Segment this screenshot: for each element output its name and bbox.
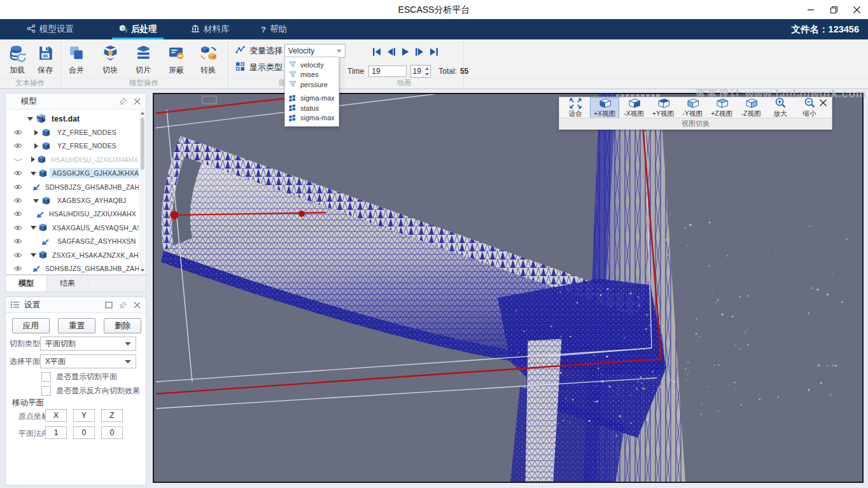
origin-z-input[interactable] <box>101 409 123 422</box>
eye-icon[interactable] <box>13 211 22 217</box>
tree-row[interactable]: YZ_FREE_NODES <box>6 139 139 153</box>
nav-tab-model-settings[interactable]: 模型设置 <box>27 19 74 39</box>
combo-option[interactable]: sigma-max <box>285 113 339 123</box>
tree-node-label[interactable]: HSAUHDISU_JZXIUXHAHX <box>46 209 139 219</box>
viewport-3d[interactable] <box>153 93 864 483</box>
combo-option[interactable]: sigma-max <box>285 94 339 104</box>
expander-down-icon[interactable] <box>26 116 34 121</box>
expander-down-icon[interactable] <box>32 199 39 203</box>
nav-tab-post-process[interactable]: 后处理 <box>118 19 157 39</box>
normal-y-input[interactable] <box>73 426 95 439</box>
zoom-in-button[interactable]: 放大 <box>766 97 795 118</box>
view-fit-button[interactable]: 适合 <box>561 97 590 118</box>
tree-row[interactable]: SDHSBJZS_GHSABJHB_ZAHU <box>6 180 139 193</box>
scroll-up-icon[interactable] <box>140 111 144 116</box>
combo-option[interactable]: velocity <box>285 60 339 70</box>
save-button[interactable]: 保存 <box>31 43 60 76</box>
tree-row[interactable]: HSAUHDISU_JZXIUXHAHX <box>6 153 139 166</box>
spin-down-icon[interactable] <box>423 71 430 77</box>
skip-start-button[interactable] <box>372 48 381 56</box>
reset-button[interactable]: 重置 <box>58 318 95 333</box>
combo-option[interactable]: status <box>285 103 339 113</box>
eye-icon[interactable] <box>13 129 24 136</box>
expander-down-icon[interactable] <box>31 171 36 176</box>
view-minus-z-button[interactable]: -Z视图 <box>736 97 766 118</box>
tree-node-label[interactable]: YZ_FREE_NODES <box>55 141 119 151</box>
tree-node-label[interactable]: HSAUHDISU_JZXIUXHAHX <box>48 155 139 165</box>
tree-node-label[interactable]: test.dat <box>49 113 82 125</box>
minimize-icon[interactable] <box>806 4 816 15</box>
eye-closed-icon[interactable] <box>13 157 22 163</box>
origin-y-input[interactable] <box>73 409 95 422</box>
time-input[interactable] <box>368 66 407 77</box>
maximize-icon[interactable] <box>105 302 113 309</box>
tree-node-label[interactable]: ZSXGX_HSAKAZNZXK_AHASX <box>50 250 139 260</box>
scroll-thumb[interactable] <box>141 118 144 170</box>
close-icon[interactable] <box>851 4 862 15</box>
display-type-button[interactable]: 显示类型 <box>235 62 283 73</box>
tree-row[interactable]: AGSGKJKG_GJHXAJKHXA <box>6 167 139 180</box>
tree-row[interactable]: HSAUHDISU_JZXIUXHAHX <box>6 207 139 221</box>
spin-up-icon[interactable] <box>423 66 430 71</box>
load-button[interactable]: 加载 <box>3 43 32 76</box>
eye-icon[interactable] <box>13 265 22 272</box>
eye-icon[interactable] <box>13 238 24 244</box>
eye-icon[interactable] <box>13 143 24 149</box>
expander-right-icon[interactable] <box>32 130 39 136</box>
close-icon[interactable] <box>819 99 827 107</box>
tree-row[interactable]: test.dat <box>6 112 139 125</box>
restore-icon[interactable] <box>829 4 839 15</box>
tree-node-label[interactable]: SAGFASGZ_ASYHHXSN <box>55 236 139 246</box>
normal-z-input[interactable] <box>101 426 123 439</box>
nav-tab-material-lib[interactable]: 材料库 <box>191 19 230 39</box>
tree-row[interactable]: XSAXGAUS_AISYAQSH_ASHX <box>6 221 139 234</box>
skip-end-button[interactable] <box>430 48 438 56</box>
scroll-down-icon[interactable] <box>140 268 144 273</box>
tree-scrollbar[interactable] <box>139 110 145 274</box>
expander-down-icon[interactable] <box>31 225 36 230</box>
mask-button[interactable]: 屏蔽 <box>162 43 191 76</box>
expander-right-icon[interactable] <box>32 143 39 149</box>
close-icon[interactable] <box>134 302 141 309</box>
tree-node-label[interactable]: SDHSBJZS_GHSABJHB_ZAHU <box>43 182 139 192</box>
expander-down-icon[interactable] <box>31 253 36 257</box>
variable-select-button[interactable]: 变量选择 <box>235 45 283 57</box>
combo-option[interactable]: perssure <box>285 80 339 90</box>
eye-icon[interactable] <box>13 170 22 176</box>
tree-node-label[interactable]: XAGBSXG_AYHAQBJ <box>55 195 129 206</box>
step-back-button[interactable] <box>387 48 396 56</box>
normal-x-input[interactable] <box>45 426 67 439</box>
view-minus-y-button[interactable]: -Y视图 <box>678 97 707 118</box>
variable-combo[interactable]: Velocity <box>284 44 346 58</box>
play-button[interactable] <box>402 48 409 56</box>
reverse-cut-checkbox[interactable] <box>41 386 51 396</box>
origin-x-input[interactable] <box>45 409 67 422</box>
view-plus-y-button[interactable]: +Y视图 <box>648 97 678 118</box>
slice-button[interactable]: 切片 <box>129 43 158 76</box>
tree-row[interactable]: SAGFASGZ_ASYHHXSN <box>6 235 139 248</box>
tree-row[interactable]: SDHSBJZS_GHSABJHB_ZAHU <box>6 261 139 274</box>
show-cut-plane-checkbox[interactable] <box>41 372 51 382</box>
cut-block-button[interactable]: 切块 <box>95 43 125 76</box>
eye-icon[interactable] <box>13 197 24 204</box>
view-minus-x-button[interactable]: -X视图 <box>619 97 648 118</box>
combo-option[interactable]: mises <box>285 70 339 80</box>
eye-icon[interactable] <box>13 184 22 190</box>
plane-select[interactable]: X平面 <box>40 354 136 368</box>
cut-type-select[interactable]: 平面切割 <box>40 337 136 351</box>
pin-icon[interactable] <box>119 97 127 106</box>
convert-button[interactable]: 转换 <box>193 43 223 76</box>
apply-button[interactable]: 应用 <box>12 318 50 333</box>
tree-node-label[interactable]: YZ_FREE_NODES <box>55 127 119 137</box>
eye-icon[interactable] <box>13 225 22 231</box>
view-plus-x-button[interactable]: +X视图 <box>590 97 619 118</box>
mesh-canvas[interactable] <box>154 94 862 482</box>
tab-model[interactable]: 模型 <box>6 275 47 291</box>
expander-right-icon[interactable] <box>31 157 35 162</box>
tree-row[interactable]: XAGBSXG_AYHAQBJ <box>6 193 139 207</box>
step-forward-button[interactable] <box>415 48 424 56</box>
eye-icon[interactable] <box>13 252 22 258</box>
tree-row[interactable]: ZSXGX_HSAKAZNZXK_AHASX <box>6 248 139 261</box>
pin-icon[interactable] <box>119 301 127 309</box>
tree-node-label[interactable]: AGSGKJKG_GJHXAJKHXA <box>50 168 139 178</box>
